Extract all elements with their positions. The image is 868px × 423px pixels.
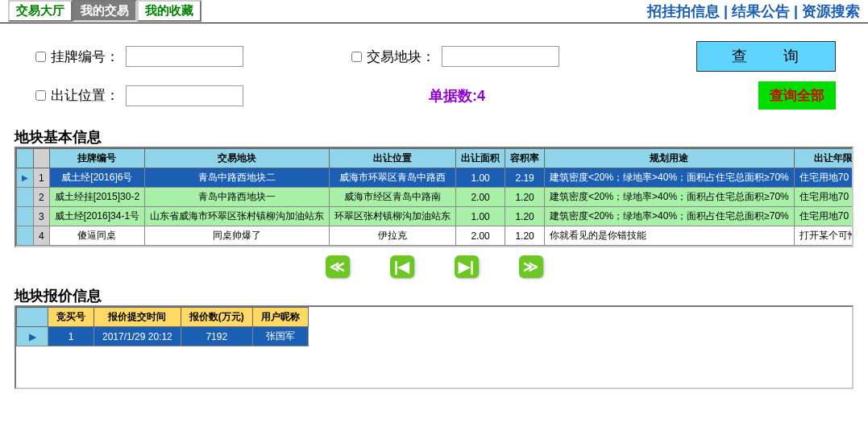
col-header[interactable]: 报价数(万元) bbox=[181, 308, 252, 327]
col-header[interactable]: 出让年限 bbox=[794, 149, 853, 168]
block-input[interactable] bbox=[442, 46, 559, 67]
table-row[interactable]: ▶12017/1/29 20:127192张国军 bbox=[17, 327, 309, 346]
loc-check[interactable] bbox=[35, 90, 46, 101]
table-row[interactable]: ▶1威土经[2016]6号青岛中路西地块二威海市环翠区青岛中路西1.002.19… bbox=[17, 168, 854, 188]
tab-fav[interactable]: 我的收藏 bbox=[137, 0, 201, 22]
search-form: 挂牌编号： 交易地块： 查 询 出让位置： 单据数:4 查询全部 bbox=[0, 23, 868, 127]
tab-mine[interactable]: 我的交易 bbox=[73, 0, 137, 22]
last-icon[interactable]: ≫ bbox=[519, 255, 543, 278]
prev-icon[interactable]: |◀ bbox=[390, 255, 414, 278]
col-header[interactable]: 出让面积 bbox=[456, 149, 505, 168]
tab-hall[interactable]: 交易大厅 bbox=[8, 0, 73, 22]
col-header[interactable]: 交易地块 bbox=[145, 149, 330, 168]
col-header[interactable]: 出让位置 bbox=[330, 149, 456, 168]
col-header[interactable]: 规划用途 bbox=[545, 149, 795, 168]
col-header[interactable]: 竞买号 bbox=[48, 308, 94, 327]
pager: ≪ |◀ ▶| ≫ bbox=[0, 247, 868, 286]
bid-table: 竞买号报价提交时间报价数(万元)用户昵称▶12017/1/29 20:12719… bbox=[16, 307, 309, 346]
next-icon[interactable]: ▶| bbox=[455, 255, 479, 278]
first-icon[interactable]: ≪ bbox=[326, 255, 350, 278]
block-check[interactable] bbox=[351, 52, 362, 62]
table-row[interactable]: 4傻逼同桌同桌帅爆了伊拉克2.001.20你就看见的是你错技能打开某个可怜没 bbox=[17, 226, 854, 246]
record-count: 单据数:4 bbox=[429, 86, 485, 106]
loc-input[interactable] bbox=[126, 85, 243, 106]
top-bar: 交易大厅 我的交易 我的收藏 招挂拍信息 | 结果公告 | 资源搜索 bbox=[0, 0, 868, 23]
main-tabs: 交易大厅 我的交易 我的收藏 bbox=[8, 0, 201, 22]
col-header[interactable]: 容积率 bbox=[505, 149, 545, 168]
land-table: 挂牌编号交易地块出让位置出让面积容积率规划用途出让年限▶1威土经[2016]6号… bbox=[16, 148, 853, 246]
query-all-button[interactable]: 查询全部 bbox=[758, 81, 836, 110]
loc-label: 出让位置： bbox=[51, 86, 119, 105]
col-header[interactable]: 报价提交时间 bbox=[94, 308, 181, 327]
section1-title: 地块基本信息 bbox=[0, 127, 868, 147]
right-links[interactable]: 招挂拍信息 | 结果公告 | 资源搜索 bbox=[647, 0, 860, 23]
table-row[interactable]: 2威土经挂[2015]30-2青岛中路西地块一威海市经区青岛中路南2.001.2… bbox=[17, 188, 854, 207]
section2-title: 地块报价信息 bbox=[0, 286, 868, 305]
listing-input[interactable] bbox=[126, 46, 243, 67]
listing-label: 挂牌编号： bbox=[51, 48, 119, 66]
query-button[interactable]: 查 询 bbox=[696, 41, 836, 72]
col-header[interactable]: 挂牌编号 bbox=[49, 149, 144, 168]
col-header[interactable]: 用户昵称 bbox=[252, 308, 308, 327]
table-row[interactable]: 3威土经[2016]34-1号山东省威海市环翠区张村镇柳沟加油站东环翠区张村镇柳… bbox=[17, 207, 854, 226]
table1-wrap[interactable]: 挂牌编号交易地块出让位置出让面积容积率规划用途出让年限▶1威土经[2016]6号… bbox=[15, 147, 853, 247]
block-label: 交易地块： bbox=[367, 48, 435, 66]
table2-wrap[interactable]: 竞买号报价提交时间报价数(万元)用户昵称▶12017/1/29 20:12719… bbox=[15, 305, 853, 389]
listing-check[interactable] bbox=[35, 52, 46, 62]
